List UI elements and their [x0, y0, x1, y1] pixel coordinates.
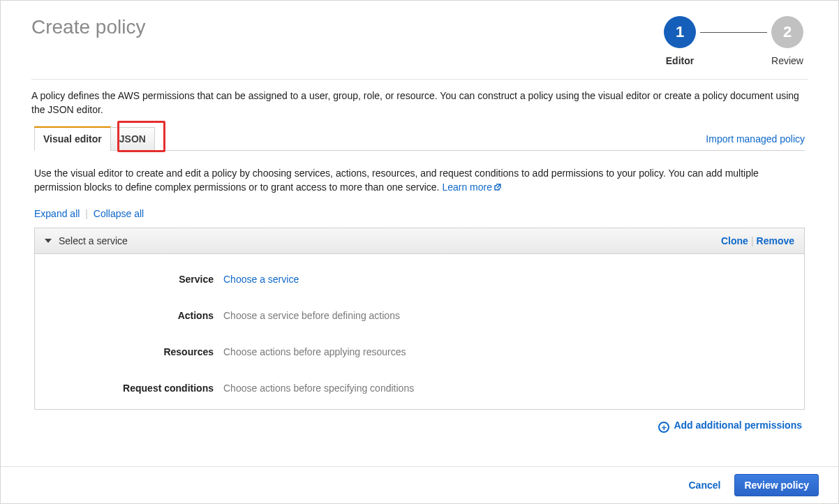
- tab-json[interactable]: JSON: [110, 127, 155, 151]
- row-service: Service Choose a service: [35, 261, 804, 297]
- resources-value: Choose actions before applying resources: [223, 346, 406, 357]
- main-content: Create policy 1 Editor 2 Review A policy…: [1, 1, 838, 433]
- row-conditions: Request conditions Choose actions before…: [35, 370, 804, 406]
- row-resources: Resources Choose actions before applying…: [35, 334, 804, 370]
- expand-all-link[interactable]: Expand all: [34, 208, 80, 219]
- page-title: Create policy: [31, 16, 660, 38]
- conditions-label: Request conditions: [45, 383, 223, 394]
- step-review[interactable]: 2 Review: [767, 16, 808, 66]
- panel-body: Service Choose a service Actions Choose …: [35, 254, 804, 409]
- clone-link[interactable]: Clone: [721, 235, 748, 246]
- add-permissions-row: +Add additional permissions: [34, 420, 802, 433]
- row-actions: Actions Choose a service before defining…: [35, 297, 804, 334]
- plus-circle-icon: +: [658, 422, 669, 433]
- tab-visual-editor[interactable]: Visual editor: [34, 127, 111, 151]
- learn-more-link[interactable]: Learn more: [442, 181, 502, 193]
- review-policy-button[interactable]: Review policy: [734, 474, 819, 496]
- divider: [31, 79, 808, 80]
- actions-label: Actions: [45, 310, 223, 321]
- add-additional-permissions-link[interactable]: +Add additional permissions: [658, 420, 802, 431]
- pipe-separator: |: [85, 208, 88, 219]
- pipe-separator: |: [751, 235, 754, 246]
- intro-text: A policy defines the AWS permissions tha…: [31, 89, 808, 117]
- editor-section: Use the visual editor to create and edit…: [31, 166, 808, 433]
- import-managed-policy-link[interactable]: Import managed policy: [700, 128, 805, 150]
- panel-header[interactable]: Select a service Clone | Remove: [35, 228, 804, 254]
- choose-service-link[interactable]: Choose a service: [223, 274, 299, 285]
- expand-collapse-row: Expand all | Collapse all: [34, 208, 805, 219]
- step-circle-1: 1: [664, 16, 696, 48]
- permission-block-panel: Select a service Clone | Remove Service …: [34, 228, 805, 410]
- helper-text-body: Use the visual editor to create and edit…: [34, 168, 759, 193]
- remove-link[interactable]: Remove: [757, 235, 794, 246]
- step-circle-2: 2: [771, 16, 803, 48]
- external-link-icon: [493, 181, 502, 195]
- step-label-editor: Editor: [666, 55, 694, 66]
- actions-value: Choose a service before defining actions: [223, 310, 400, 321]
- collapse-all-link[interactable]: Collapse all: [94, 208, 144, 219]
- step-editor[interactable]: 1 Editor: [660, 16, 700, 66]
- helper-text: Use the visual editor to create and edit…: [34, 166, 805, 195]
- header-row: Create policy 1 Editor 2 Review: [31, 13, 808, 66]
- step-connector: [700, 32, 767, 33]
- tabs-row: Visual editor JSON Import managed policy: [34, 126, 805, 151]
- conditions-value: Choose actions before specifying conditi…: [223, 383, 414, 394]
- add-permissions-label: Add additional permissions: [674, 420, 802, 431]
- service-label: Service: [45, 274, 223, 285]
- step-label-review: Review: [771, 55, 803, 66]
- caret-down-icon: [45, 239, 52, 243]
- resources-label: Resources: [45, 346, 223, 357]
- cancel-button[interactable]: Cancel: [685, 475, 723, 495]
- footer-bar: Cancel Review policy: [1, 466, 838, 503]
- create-policy-window: Create policy 1 Editor 2 Review A policy…: [0, 0, 839, 504]
- wizard-stepper: 1 Editor 2 Review: [660, 13, 808, 66]
- panel-title: Select a service: [59, 235, 721, 246]
